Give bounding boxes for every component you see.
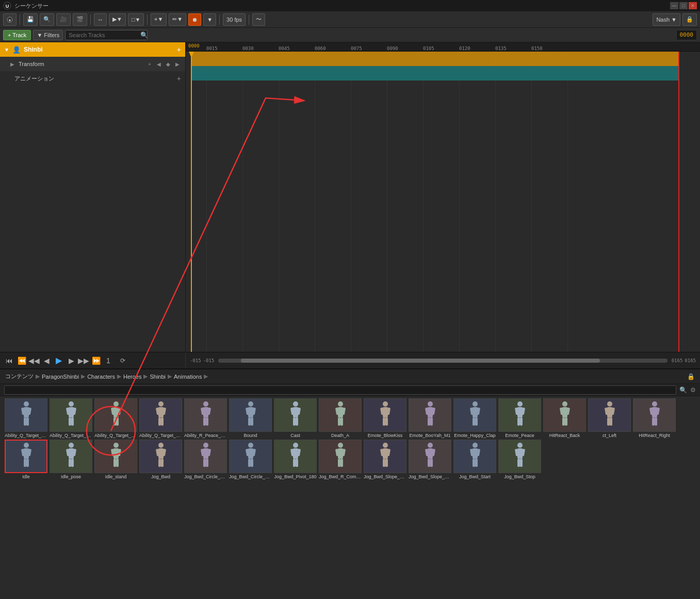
svg-rect-15 <box>69 417 71 426</box>
svg-rect-22 <box>116 417 119 426</box>
track-shinbi-label: Shinbi <box>24 46 174 53</box>
maximize-btn[interactable]: □ <box>679 2 688 9</box>
breadcrumb-animations[interactable]: Animations <box>174 374 202 380</box>
timeline-track-transform-bar[interactable] <box>191 66 679 80</box>
content-item[interactable]: Jog_Bwd <box>139 440 183 480</box>
item-label: Ability_Q_Target_Left_R <box>50 433 92 439</box>
content-item[interactable]: Bound <box>229 398 272 439</box>
box-btn[interactable]: □▼ <box>128 13 144 26</box>
fps-display[interactable]: 30 fps <box>223 13 246 26</box>
timeline-ruler: 0000 0015 0030 0045 0060 0075 0090 0105 … <box>186 42 700 52</box>
transform-btn[interactable]: ↔ <box>94 13 107 26</box>
timeline-panel[interactable]: 0000 0015 0030 0045 0060 0075 0090 0105 … <box>186 42 700 352</box>
content-item[interactable]: Jog_Bwd_Circle_Right <box>229 440 272 480</box>
content-item[interactable]: ct_Left <box>588 398 631 439</box>
content-search-input[interactable] <box>4 385 676 395</box>
content-item[interactable]: Ability_Q_Target_Left_R <box>49 398 93 439</box>
film-btn[interactable]: 🎬 <box>73 13 87 26</box>
content-item[interactable]: Idle_stand <box>94 440 138 480</box>
breadcrumb-characters[interactable]: Characters <box>87 374 115 380</box>
content-item[interactable]: Emote_Peace <box>498 398 542 439</box>
transform-add-btn[interactable]: + <box>146 60 153 68</box>
breadcrumb-heroes[interactable]: Heroes <box>123 374 141 380</box>
content-item[interactable]: HitReact_Right <box>632 398 676 439</box>
svg-rect-75 <box>517 417 520 426</box>
content-item[interactable]: Jog_Bwd_Stop <box>498 440 542 480</box>
anim-add-btn[interactable]: + <box>177 74 181 83</box>
content-item[interactable]: Emote_BooYah_M1 <box>408 398 452 439</box>
add-to-shinbi-btn[interactable]: + <box>177 45 181 54</box>
minimize-btn[interactable]: — <box>670 2 678 9</box>
content-item[interactable]: Ability_Q_Target_Right <box>94 398 138 439</box>
svg-point-131 <box>293 443 298 448</box>
user-btn[interactable]: Nash ▼ <box>653 13 680 26</box>
lock-btn[interactable]: 🔒 <box>682 13 697 26</box>
svg-text:U: U <box>6 4 9 9</box>
content-item[interactable]: Cast <box>273 398 317 439</box>
svg-rect-142 <box>340 459 343 467</box>
content-item[interactable]: HitReact_Back <box>543 398 587 439</box>
item-label: Idle <box>22 474 30 480</box>
content-item[interactable]: Jog_Bwd_Start <box>453 440 497 480</box>
content-item[interactable]: Ability_R_Peace_Out <box>184 398 227 439</box>
filters-btn[interactable]: ▼ Filters <box>33 30 63 40</box>
sep: ▶ <box>117 373 121 380</box>
svg-rect-123 <box>203 459 206 467</box>
content-item[interactable]: Jog_Bwd_Circle_Left <box>184 440 227 480</box>
step-fwd-btn[interactable]: ▶▶ <box>78 355 89 366</box>
step-back-1-btn[interactable]: ◀ <box>41 355 52 366</box>
svg-rect-118 <box>161 459 164 467</box>
track-shinbi[interactable]: ▼ 👤 Shinbi + <box>0 42 185 57</box>
step-fwd-1-btn[interactable]: ▶ <box>66 355 76 366</box>
breadcrumb-paragon[interactable]: ParagonShinbi <box>42 374 79 380</box>
play-mode-btn[interactable]: ▶▼ <box>109 13 126 26</box>
content-item[interactable]: Emote_Happy_Clap <box>453 398 497 439</box>
scrollbar-thumb[interactable] <box>241 359 600 363</box>
search-tracks-input[interactable] <box>65 30 148 40</box>
record-btn[interactable]: ⏺ <box>188 13 201 26</box>
transform-prev-btn[interactable]: ◀ <box>155 60 162 68</box>
add-track-btn[interactable]: + Track <box>3 30 31 40</box>
step-back-btn[interactable]: ◀◀ <box>29 355 39 366</box>
content-item[interactable]: Ability_Q_Target_Left <box>4 398 48 439</box>
timeline-scrollbar[interactable] <box>218 359 667 363</box>
timeline-track-shinbi-bar[interactable] <box>191 52 679 66</box>
camera-btn[interactable]: 🎥 <box>56 13 71 26</box>
content-item[interactable]: Emote_BlowKiss <box>363 398 407 439</box>
save-btn[interactable]: 💾 <box>23 13 38 26</box>
curve-btn[interactable]: 〜 <box>252 13 265 26</box>
content-item[interactable]: Jog_Bwd_R_Combat <box>318 440 362 480</box>
content-item[interactable]: Idle <box>4 440 48 480</box>
brush-btn[interactable]: ✏▼ <box>169 13 186 26</box>
mode-dropdown[interactable]: ▼ <box>3 13 17 26</box>
breadcrumb-contents[interactable]: コンテンツ <box>5 373 34 380</box>
transform-next-btn[interactable]: ▶ <box>174 60 181 68</box>
search-btn[interactable]: 🔍 <box>40 13 54 26</box>
step-fwd-key-btn[interactable]: ⏩ <box>91 355 101 366</box>
view-settings-btn[interactable]: ⚙ <box>690 386 696 394</box>
track-transform[interactable]: ▶ Transform + ◀ ◆ ▶ <box>0 57 185 71</box>
go-start-btn[interactable]: ⏮ <box>4 355 14 366</box>
timeline-content[interactable] <box>186 52 700 352</box>
go-end-btn[interactable]: 1 <box>103 355 113 366</box>
content-item[interactable]: Jog_Bwd_Slope_DownHill <box>363 440 407 480</box>
step-back-key-btn[interactable]: ⏪ <box>17 355 27 366</box>
content-item[interactable]: Jog_Bwd_Slope_UpHill <box>408 440 452 480</box>
rec-mode-btn[interactable]: ▼ <box>203 13 216 26</box>
content-item[interactable]: Ability_Q_Target_Right_R <box>139 398 183 439</box>
sequencer-main: ▼ 👤 Shinbi + ▶ Transform + ◀ ◆ ▶ アニメーション… <box>0 42 700 352</box>
content-item[interactable]: Jog_Bwd_Pivot_180 <box>273 440 317 480</box>
track-animation[interactable]: アニメーション + <box>0 71 185 86</box>
transform-key-btn[interactable]: ◆ <box>165 60 172 68</box>
svg-point-71 <box>517 401 523 407</box>
loop-btn[interactable]: ⟳ <box>118 355 128 366</box>
breadcrumb-shinbi[interactable]: Shinbi <box>150 374 166 380</box>
sep3 <box>147 14 148 25</box>
play-btn[interactable]: ▶ <box>54 355 64 366</box>
content-item[interactable]: Idle_pose <box>49 440 93 480</box>
svg-rect-21 <box>113 417 116 426</box>
playhead[interactable] <box>191 52 192 352</box>
select-btn[interactable]: ⌖▼ <box>151 13 167 26</box>
content-item[interactable]: Death_A <box>318 398 362 439</box>
close-btn[interactable]: ✕ <box>689 2 697 9</box>
